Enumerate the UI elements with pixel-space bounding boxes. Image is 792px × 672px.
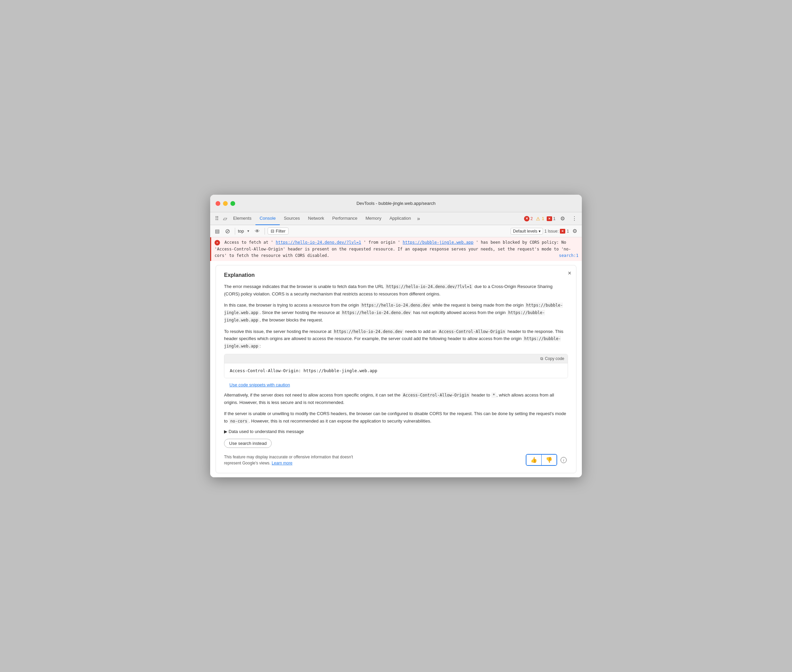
close-explanation-button[interactable]: × [568, 270, 572, 276]
error-url1[interactable]: https://hello-io-24.deno.dev/?lvl=1 [276, 240, 361, 245]
explanation-para-1: The error message indicates that the bro… [224, 283, 568, 298]
separator [235, 228, 235, 235]
error-url2[interactable]: https://bubble-jingle.web.app [403, 240, 474, 245]
tab-memory[interactable]: Memory [361, 212, 385, 225]
issue-badge: ✕ [560, 229, 565, 234]
explanation-para-2: In this case, the browser is trying to a… [224, 301, 568, 323]
warning-icon: ⚠ [535, 216, 541, 221]
status-area: ✕ 2 ⚠ 1 ✕ 1 ⚙ ⋮ [524, 214, 579, 223]
thumbs-group: 👍 👎 [526, 454, 557, 466]
filter-input[interactable]: ⊟ Filter [268, 227, 289, 235]
use-search-button[interactable]: Use search instead [224, 439, 271, 448]
explanation-para-alt2: If the server is unable or unwilling to … [224, 410, 568, 424]
tab-application[interactable]: Application [385, 212, 415, 225]
device-toolbar-icon[interactable]: ▱ [221, 214, 229, 223]
window-title: DevTools - bubble-jingle.web.app/search [356, 201, 436, 206]
error-badge: ✕ 2 [524, 216, 533, 221]
devtools-window: DevTools - bubble-jingle.web.app/search … [210, 195, 582, 477]
circle-info-icon: i [560, 457, 567, 463]
more-tabs-icon[interactable]: » [415, 214, 422, 223]
eye-icon[interactable]: 👁 [253, 227, 262, 235]
learn-more-link[interactable]: Learn more [271, 461, 292, 466]
disclaimer-text: This feature may display inaccurate or o… [224, 454, 366, 466]
console-output: ✕ Access to fetch at ' https://hello-io-… [210, 237, 582, 477]
titlebar: DevTools - bubble-jingle.web.app/search [210, 195, 582, 212]
warning-badge: ⚠ 1 [535, 216, 544, 221]
tab-network[interactable]: Network [304, 212, 329, 225]
explanation-para-3: To resolve this issue, the server hostin… [224, 328, 568, 350]
info-icon: ✕ [547, 216, 552, 221]
error-icon: ✕ [524, 216, 530, 221]
tab-sources[interactable]: Sources [280, 212, 304, 225]
error-line-icon: ✕ [214, 240, 220, 245]
copy-icon: ⧉ [540, 356, 543, 361]
caution-link[interactable]: Use code snippets with caution [224, 382, 568, 392]
info-badge: ✕ 1 [547, 216, 556, 221]
tab-console[interactable]: Console [255, 212, 280, 225]
clear-console-icon[interactable]: ⊘ [223, 227, 232, 236]
feedback-row: This feature may display inaccurate or o… [224, 454, 568, 466]
thumbs-up-button[interactable]: 👍 [527, 454, 541, 465]
explanation-para-alt1: Alternatively, if the server does not ne… [224, 392, 568, 406]
tab-performance[interactable]: Performance [328, 212, 361, 225]
feedback-buttons: 👍 👎 i [526, 454, 568, 466]
console-settings-icon[interactable]: ⚙ [570, 227, 579, 235]
sidebar-toggle-icon[interactable]: ▤ [213, 227, 222, 235]
code-block: Access-Control-Allow-Origin: https://bub… [224, 363, 568, 378]
thumbs-down-button[interactable]: 👎 [541, 454, 557, 465]
data-section-toggle[interactable]: ▶ Data used to understand this message [224, 429, 568, 434]
explanation-panel: Explanation × The error message indicate… [216, 265, 576, 473]
info-button[interactable]: i [559, 455, 568, 464]
code-block-header: ⧉ Copy code [224, 354, 568, 363]
separator2 [265, 228, 265, 235]
minimize-button[interactable] [223, 201, 228, 206]
code-block-container: ⧉ Copy code Access-Control-Allow-Origin:… [224, 354, 568, 378]
issue-count: 1 Issue: ✕ 1 [544, 229, 569, 234]
devtools-tabbar: ⠿ ▱ Elements Console Sources Network Per… [210, 212, 582, 225]
settings-icon[interactable]: ⚙ [558, 214, 567, 223]
close-button[interactable] [216, 201, 220, 206]
tab-elements[interactable]: Elements [229, 212, 255, 225]
context-dropdown-icon[interactable]: ▾ [245, 228, 251, 234]
inspect-icon[interactable]: ⠿ [213, 214, 221, 223]
source-link[interactable]: search:1 [559, 253, 578, 259]
window-controls [216, 201, 235, 206]
filter-icon: ⊟ [271, 229, 275, 234]
levels-dropdown[interactable]: Default levels ▾ [511, 228, 543, 235]
explanation-title: Explanation [224, 272, 568, 278]
levels-arrow-icon: ▾ [538, 229, 541, 234]
maximize-button[interactable] [230, 201, 235, 206]
more-options-icon[interactable]: ⋮ [570, 214, 579, 223]
console-toolbar: ▤ ⊘ top ▾ 👁 ⊟ Filter Default levels ▾ 1 … [210, 225, 582, 237]
context-label: top [238, 229, 244, 234]
copy-code-button[interactable]: ⧉ Copy code [540, 356, 564, 361]
error-entry: ✕ Access to fetch at ' https://hello-io-… [210, 237, 582, 261]
